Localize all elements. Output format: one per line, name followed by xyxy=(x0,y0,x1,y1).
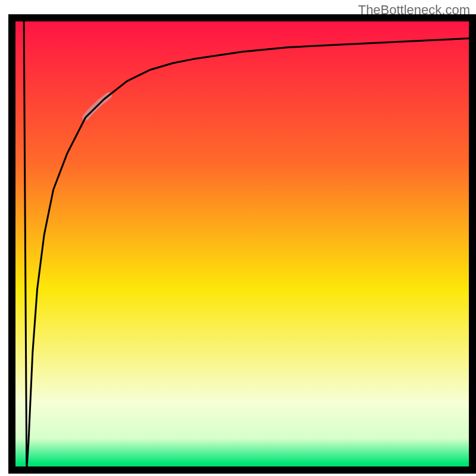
bottleneck-chart xyxy=(0,0,476,476)
plot-background-gradient xyxy=(12,18,472,470)
chart-container: TheBottleneck.com xyxy=(0,0,476,476)
